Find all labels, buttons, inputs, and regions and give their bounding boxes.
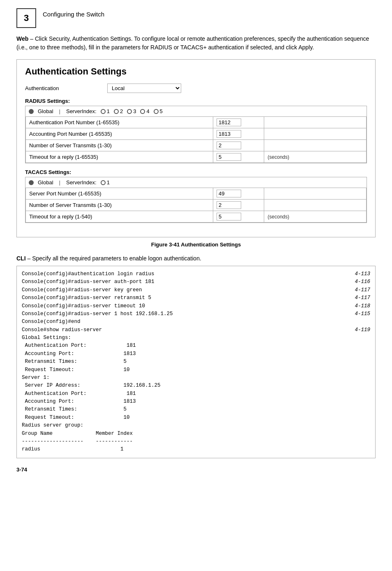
cli-heading-bold: CLI <box>16 255 26 262</box>
radius-settings-table: Authentication Port Number (1-65535) Acc… <box>25 116 367 163</box>
cli-code: Request Timeout: 10 <box>22 414 341 422</box>
tacacs-server-index-label: ServerIndex: <box>66 179 97 186</box>
cli-code: Server 1: <box>22 374 341 382</box>
cli-ref: 4-119 <box>350 326 370 334</box>
cli-code: Authentication Port: 181 <box>22 390 341 398</box>
cli-ref: 4-117 <box>350 294 370 302</box>
intro-bold: Web <box>16 35 28 42</box>
cli-line: Server 1: <box>22 374 370 382</box>
cli-code: Retransmit Times: 5 <box>22 406 341 413</box>
radius-row1-label: Accounting Port Number (1-65535) <box>26 128 213 140</box>
tacacs-port-input[interactable] <box>217 190 241 197</box>
cli-ref <box>350 414 370 422</box>
table-row: Server Port Number (1-65535) <box>26 188 367 200</box>
radius-timeout-input[interactable] <box>217 153 241 161</box>
chapter-number: 3 <box>24 13 29 23</box>
cli-ref <box>350 358 370 366</box>
table-row: Timeout for a reply (1-540) (seconds) <box>26 211 367 223</box>
cli-ref <box>350 390 370 398</box>
chapter-title: Configuring the Switch <box>43 8 104 18</box>
auth-select[interactable]: Local <box>107 84 181 93</box>
tacacs-timeout-input[interactable] <box>217 213 241 221</box>
cli-code: Request Timeout: 10 <box>22 366 341 374</box>
cli-ref <box>350 366 370 374</box>
cli-code: Accounting Port: 1813 <box>22 350 341 358</box>
radius-row0-label: Authentication Port Number (1-65535) <box>26 117 213 128</box>
radius-row2-label: Number of Server Transmits (1-30) <box>26 140 213 151</box>
auth-settings-panel: Authentication Settings Authentication L… <box>16 59 376 237</box>
tacacs-radio-1: 1 <box>101 179 110 186</box>
intro-paragraph: Web – Click Security, Authentication Set… <box>16 35 376 52</box>
tacacs-radio-row: Global | ServerIndex: 1 <box>25 177 367 188</box>
radius-radio-2: 2 <box>114 108 123 114</box>
cli-ref <box>350 334 370 342</box>
cli-code: Console(config)#radius-server retransmit… <box>22 294 341 302</box>
radius-radio-3: 3 <box>127 108 136 114</box>
cli-code: Console(config)#authentication login rad… <box>22 270 341 278</box>
table-row: Authentication Port Number (1-65535) <box>26 117 367 128</box>
cli-ref <box>350 406 370 413</box>
cli-code: Authentication Port: 181 <box>22 342 341 350</box>
cli-line: Console(config)#end <box>22 318 370 326</box>
cli-code: Console#show radius-server <box>22 326 341 334</box>
auth-select-wrap: Local <box>107 84 181 93</box>
radius-radio-row: Global | ServerIndex: 1 2 3 4 5 <box>25 106 367 116</box>
tacacs-transmits-input[interactable] <box>217 201 241 209</box>
cli-ref <box>350 438 370 446</box>
cli-ref: 4-113 <box>350 270 370 278</box>
tacacs-settings-box: Global | ServerIndex: 1 Server Port Numb… <box>25 177 367 223</box>
cli-ref: 4-115 <box>350 310 370 318</box>
radius-settings-box: Global | ServerIndex: 1 2 3 4 5 <box>25 106 367 163</box>
tacacs-row1-label: Number of Server Transmits (1-30) <box>26 200 213 211</box>
cli-line: Retransmit Times: 5 <box>22 358 370 366</box>
cli-ref <box>350 382 370 390</box>
cli-code: Console(config)#radius-server auth-port … <box>22 278 341 286</box>
cli-ref: 4-118 <box>350 302 370 310</box>
cli-line: Global Settings: <box>22 334 370 342</box>
cli-line: Console(config)#radius-server retransmit… <box>22 294 370 302</box>
cli-ref <box>350 422 370 429</box>
cli-ref <box>350 350 370 358</box>
radius-global-label: Global <box>38 108 53 114</box>
radius-section-label: RADIUS Settings: <box>25 98 367 104</box>
cli-ref <box>350 342 370 350</box>
cli-line: -------------------- ------------ <box>22 438 370 446</box>
cli-line: Console(config)#radius-server auth-port … <box>22 278 370 286</box>
cli-ref <box>350 398 370 406</box>
cli-line: Authentication Port: 181 <box>22 390 370 398</box>
cli-code: Console(config)#radius-server timeout 10 <box>22 302 341 310</box>
cli-box: Console(config)#authentication login rad… <box>16 266 376 458</box>
tacacs-global-label: Global <box>38 179 53 186</box>
cli-code: -------------------- ------------ <box>22 438 341 446</box>
radius-acct-port-input[interactable] <box>217 130 241 138</box>
cli-line: Request Timeout: 10 <box>22 366 370 374</box>
cli-code: Radius server group: <box>22 422 341 429</box>
cli-line: Console(config)#radius-server key green4… <box>22 286 370 294</box>
cli-code: radius 1 <box>22 446 341 453</box>
auth-field-label: Authentication <box>25 85 107 91</box>
radius-auth-port-input[interactable] <box>217 118 241 126</box>
cli-line: Server IP Address: 192.168.1.25 <box>22 382 370 390</box>
cli-code: Accounting Port: 1813 <box>22 398 341 406</box>
figure-caption: Figure 3-41 Authentication Settings <box>16 241 376 248</box>
cli-ref: 4-116 <box>350 278 370 286</box>
table-row: Timeout for a reply (1-65535) (seconds) <box>26 151 367 163</box>
cli-line: Console(config)#radius-server timeout 10… <box>22 302 370 310</box>
cli-code: Server IP Address: 192.168.1.25 <box>22 382 341 390</box>
radius-row3-label: Timeout for a reply (1-65535) <box>26 151 213 163</box>
cli-code: Global Settings: <box>22 334 341 342</box>
radius-server-index-label: ServerIndex: <box>66 108 97 114</box>
radius-transmits-input[interactable] <box>217 142 241 149</box>
cli-line: Retransmit Times: 5 <box>22 406 370 413</box>
cli-ref <box>350 374 370 382</box>
cli-code: Console(config)#end <box>22 318 341 326</box>
tacacs-section-label: TACACS Settings: <box>25 169 367 175</box>
page-header: 3 Configuring the Switch <box>16 8 376 28</box>
cli-line: Group Name Member Index <box>22 430 370 438</box>
radius-seconds-label: (seconds) <box>264 151 367 163</box>
tacacs-row0-label: Server Port Number (1-65535) <box>26 188 213 200</box>
auth-panel-title: Authentication Settings <box>25 66 367 77</box>
cli-code: Console(config)#radius-server 1 host 192… <box>22 310 341 318</box>
tacacs-row2-label: Timeout for a reply (1-540) <box>26 211 213 223</box>
chapter-icon: 3 <box>16 8 36 28</box>
